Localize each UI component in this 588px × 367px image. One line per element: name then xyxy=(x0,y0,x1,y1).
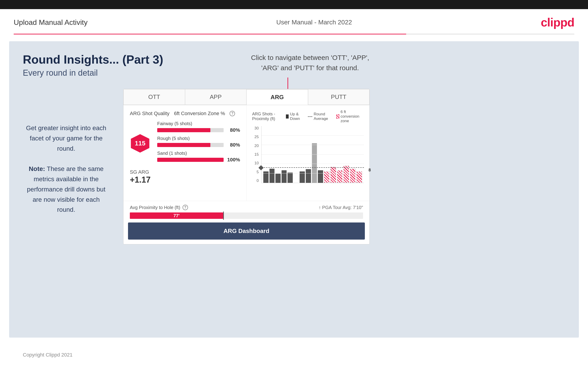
shot-label-fairway: Fairway (5 shots) xyxy=(157,121,240,126)
proximity-value: 77' xyxy=(173,213,180,218)
main-content: Round Insights... (Part 3) Every round i… xyxy=(9,41,579,338)
tab-bar: OTT APP ARG PUTT xyxy=(123,89,369,105)
shot-row-rough: Rough (5 shots) 80% xyxy=(157,136,240,148)
y-5: 5 xyxy=(257,170,259,174)
shot-label-sand: Sand (1 shots) xyxy=(157,151,240,156)
header-divider xyxy=(14,34,574,34)
conversion-zone-label: 6ft Conversion Zone % xyxy=(174,110,225,117)
y-10: 10 xyxy=(254,161,259,166)
tab-arg[interactable]: ARG xyxy=(246,89,308,105)
chart-header: ARG Shots - Proximity (ft) Up & Down Rou… xyxy=(252,110,364,123)
shot-row-fairway: Fairway (5 shots) 80% xyxy=(157,121,240,133)
clippd-logo[interactable]: clippd xyxy=(541,16,574,29)
left-description: Get greater insight into each facet of y… xyxy=(23,123,110,215)
hex-score: 115 xyxy=(130,133,150,154)
shot-bars: Fairway (5 shots) 80% Rough (5 shots) xyxy=(157,121,240,166)
proximity-bar: 77' xyxy=(130,212,363,219)
bars-group xyxy=(261,126,364,183)
legend-hatch-conversion xyxy=(336,114,339,118)
legend-label-conversion: 6 ft conversion zone xyxy=(341,110,364,123)
footer: Copyright Clippd 2021 xyxy=(23,352,73,358)
chart-bar-hatch-5 xyxy=(350,169,356,183)
desc-text2: These are the same metrics available in … xyxy=(27,165,105,213)
legend-dash-roundavg xyxy=(308,116,312,117)
chart-area: 30 25 20 15 10 5 0 xyxy=(252,126,364,190)
bar-bg-sand xyxy=(157,158,224,162)
grid-10 xyxy=(261,173,364,174)
copyright-text: Copyright Clippd 2021 xyxy=(23,352,73,358)
proximity-section: Avg Proximity to Hole (ft) ? ↑ PGA Tour … xyxy=(123,201,369,223)
proximity-label: Avg Proximity to Hole (ft) ? xyxy=(130,205,188,210)
sg-section: SG ARG +1.17 xyxy=(130,169,240,185)
desc-text1: Get greater insight into each facet of y… xyxy=(26,125,106,152)
bar-container-fairway: 80% xyxy=(157,127,240,133)
bar-bg-fairway xyxy=(157,128,224,132)
proximity-help-icon[interactable]: ? xyxy=(182,205,188,210)
grid-30 xyxy=(261,135,364,136)
bar-container-sand: 100% xyxy=(157,157,240,163)
dashboard-panel: OTT APP ARG PUTT ARG Shot Quality 6ft Co… xyxy=(123,89,370,244)
nav-hint-line1: Click to navigate between 'OTT', 'APP', xyxy=(251,54,369,61)
proximity-header: Avg Proximity to Hole (ft) ? ↑ PGA Tour … xyxy=(130,205,363,210)
chart-legend: Up & Down Round Average 6 ft conversion … xyxy=(286,110,364,123)
right-panel: ARG Shots - Proximity (ft) Up & Down Rou… xyxy=(247,105,369,201)
nav-hint-line2: 'ARG' and 'PUTT' for that round. xyxy=(261,64,359,72)
bar-fill-fairway xyxy=(157,128,210,132)
left-panel: ARG Shot Quality 6ft Conversion Zone % ?… xyxy=(123,105,247,201)
help-icon[interactable]: ? xyxy=(230,111,235,116)
grid-25 xyxy=(261,145,364,145)
desc-note: Note: xyxy=(29,165,45,172)
bar-fill-sand xyxy=(157,158,224,162)
chart-bar-3 xyxy=(275,174,281,183)
shot-quality-header: ARG Shot Quality 6ft Conversion Zone % ? xyxy=(130,110,240,117)
legend-box-updown xyxy=(286,114,289,118)
legend-label-roundavg: Round Average xyxy=(314,112,332,121)
chart-bar-tall xyxy=(312,143,317,183)
tab-ott[interactable]: OTT xyxy=(123,89,185,105)
legend-conversion-zone: 6 ft conversion zone xyxy=(336,110,364,123)
bar-pct-rough: 80% xyxy=(226,142,240,148)
nav-hint: Click to navigate between 'OTT', 'APP', … xyxy=(251,52,369,73)
legend-label-updown: Up & Down xyxy=(290,112,303,121)
shot-quality-label: ARG Shot Quality xyxy=(130,110,170,117)
bar-pct-sand: 100% xyxy=(226,157,240,163)
chart-bar-7 xyxy=(306,169,311,183)
top-bar xyxy=(0,0,588,9)
header: Upload Manual Activity User Manual - Mar… xyxy=(0,9,588,34)
bar-container-rough: 80% xyxy=(157,142,240,148)
bar-fill-rough xyxy=(157,143,210,147)
chart-bar-hatch-4 xyxy=(343,166,349,183)
tab-app[interactable]: APP xyxy=(185,89,247,105)
tab-putt[interactable]: PUTT xyxy=(308,89,370,105)
chart-bar-hatch-3 xyxy=(337,170,343,183)
hex-number: 115 xyxy=(135,140,146,147)
grid-20 xyxy=(261,154,364,155)
y-axis-labels: 30 25 20 15 10 5 0 xyxy=(252,126,260,183)
proximity-text: Avg Proximity to Hole (ft) xyxy=(130,205,180,210)
proximity-marker xyxy=(223,212,224,220)
chart-title: ARG Shots - Proximity (ft) xyxy=(252,112,286,121)
chart-grid: 8 xyxy=(261,126,364,183)
bar-bg-rough xyxy=(157,143,224,147)
legend-round-avg: Round Average xyxy=(308,112,332,121)
sg-label: SG ARG xyxy=(130,169,240,175)
y-15: 15 xyxy=(254,152,259,157)
chart-bar-2 xyxy=(269,169,275,183)
y-30: 30 xyxy=(254,126,259,131)
arg-dashboard-button[interactable]: ARG Dashboard xyxy=(128,223,365,240)
manual-date-label: User Manual - March 2022 xyxy=(276,19,352,26)
hex-score-area: 115 Fairway (5 shots) 80% xyxy=(130,121,240,166)
chart-bar-4 xyxy=(282,170,287,183)
shot-label-rough: Rough (5 shots) xyxy=(157,136,240,141)
y-0: 0 xyxy=(257,178,259,183)
legend-up-down: Up & Down xyxy=(286,112,303,121)
y-25: 25 xyxy=(254,135,259,139)
grid-15 xyxy=(261,164,364,164)
y-20: 20 xyxy=(254,144,259,148)
dashed-value: 8 xyxy=(369,168,371,173)
chart-bar-hatch-2 xyxy=(330,167,336,183)
chart-bar-5 xyxy=(287,173,293,183)
dashed-round-avg: 8 xyxy=(261,167,364,168)
proximity-bar-fill: 77' xyxy=(130,212,223,219)
bar-pct-fairway: 80% xyxy=(226,127,240,133)
